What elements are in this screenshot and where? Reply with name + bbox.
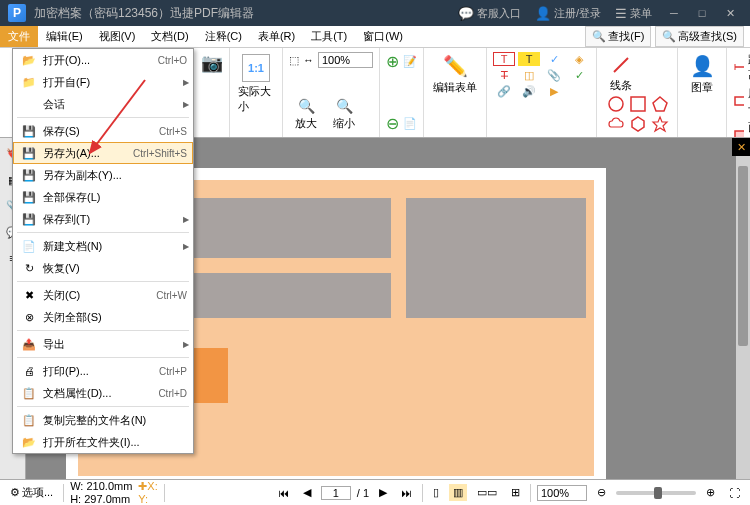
highlight-tool[interactable]: T: [518, 52, 540, 66]
note-tool[interactable]: ◫: [518, 69, 540, 82]
menu-tool[interactable]: 工具(T): [303, 26, 355, 47]
zoom-status-input[interactable]: [537, 485, 587, 501]
camera-button[interactable]: 📷: [201, 52, 223, 74]
line-tool-button[interactable]: 线条: [603, 52, 639, 95]
zoom-out-icon: 🔍: [336, 98, 353, 114]
text-tool2-button[interactable]: 📄: [403, 117, 417, 130]
circle-shape[interactable]: [607, 95, 625, 113]
zoom-slider-handle[interactable]: [654, 487, 662, 499]
copy-name-icon: 📋: [19, 414, 39, 427]
fm-print[interactable]: 🖨打印(P)...Ctrl+P: [13, 360, 193, 382]
stamp-button[interactable]: 👤 图章: [684, 52, 720, 97]
fm-properties[interactable]: 📋文档属性(D)...Ctrl+D: [13, 382, 193, 404]
vertical-scrollbar[interactable]: [736, 156, 750, 479]
close-button[interactable]: ✕: [718, 3, 742, 23]
text-tool-button[interactable]: 📝: [403, 55, 417, 68]
fm-save[interactable]: 💾保存(S)Ctrl+S: [13, 120, 193, 142]
search-button[interactable]: 🔍查找(F): [585, 26, 651, 47]
fm-close-all[interactable]: ⊗关闭全部(S): [13, 306, 193, 328]
hexagon-shape[interactable]: [629, 115, 647, 133]
fm-open-folder[interactable]: 📂打开所在文件夹(I)...: [13, 431, 193, 453]
fullscreen-button[interactable]: ⛶: [725, 485, 744, 501]
close-all-icon: ⊗: [19, 311, 39, 324]
zoom-in-button[interactable]: 🔍放大: [289, 96, 323, 133]
attach-tool[interactable]: 📎: [543, 69, 565, 82]
sound-tool[interactable]: 🔊: [518, 85, 540, 98]
next-page-button[interactable]: ▶: [375, 484, 391, 501]
stamp-tool[interactable]: ◈: [568, 52, 590, 66]
main-menu-button[interactable]: ☰菜单: [615, 6, 652, 21]
layout-facing-button[interactable]: ▭▭: [473, 484, 501, 501]
first-page-button[interactable]: ⏮: [274, 485, 293, 501]
cursor-position: ✚X: Y:: [138, 480, 157, 504]
save-all-icon: 💾: [19, 191, 39, 204]
last-page-button[interactable]: ⏭: [397, 485, 416, 501]
save-to-icon: 💾: [19, 213, 39, 226]
fm-close[interactable]: ✖关闭(C)Ctrl+W: [13, 284, 193, 306]
menu-edit[interactable]: 编辑(E): [38, 26, 91, 47]
link-tool[interactable]: 🔗: [493, 85, 515, 98]
fm-session[interactable]: 会话▶: [13, 93, 193, 115]
layout-facing-cont-button[interactable]: ⊞: [507, 484, 524, 501]
minus-tool-button[interactable]: ⊖: [386, 114, 399, 133]
zoom-input[interactable]: [318, 52, 373, 68]
textbox-tool[interactable]: T: [493, 52, 515, 66]
chevron-right-icon: ▶: [183, 215, 189, 224]
fit-width-button[interactable]: ↔: [303, 54, 314, 66]
layout-single-button[interactable]: ▯: [429, 484, 443, 501]
svg-line-0: [614, 58, 628, 72]
actual-size-button[interactable]: 1:1 实际大小: [236, 52, 276, 116]
add-tool-button[interactable]: ⊕: [386, 52, 399, 71]
fit-page-button[interactable]: ⬚: [289, 54, 299, 67]
zoom-out-status-button[interactable]: ⊖: [593, 484, 610, 501]
maximize-button[interactable]: □: [690, 3, 714, 23]
star-shape[interactable]: [651, 115, 669, 133]
menu-window[interactable]: 窗口(W): [355, 26, 411, 47]
perimeter-tool[interactable]: 周长: [733, 86, 750, 116]
zoom-in-status-button[interactable]: ⊕: [702, 484, 719, 501]
fm-recover[interactable]: ↻恢复(V): [13, 257, 193, 279]
fm-copy-name[interactable]: 📋复制完整的文件名(N): [13, 409, 193, 431]
fm-open-from[interactable]: 📁打开自(F)▶: [13, 71, 193, 93]
save-icon: 💾: [19, 125, 39, 138]
fm-save-copy[interactable]: 💾另存为副本(Y)...: [13, 164, 193, 186]
fm-save-as[interactable]: 💾另存为(A)...Ctrl+Shift+S: [13, 142, 193, 164]
fm-save-all[interactable]: 💾全部保存(L): [13, 186, 193, 208]
login-button[interactable]: 👤注册/登录: [535, 6, 601, 21]
doc-tab-close[interactable]: ✕: [732, 138, 750, 156]
prev-page-button[interactable]: ◀: [299, 484, 315, 501]
edit-form-button[interactable]: ✏️ 编辑表单: [430, 52, 480, 97]
fm-new-doc[interactable]: 📄新建文档(N)▶: [13, 235, 193, 257]
minimize-button[interactable]: ─: [662, 3, 686, 23]
scrollbar-thumb[interactable]: [738, 166, 748, 346]
strikethrough-tool[interactable]: T̶: [493, 69, 515, 82]
cloud-shape[interactable]: [607, 115, 625, 133]
fm-open[interactable]: 📂打开(O)...Ctrl+O: [13, 49, 193, 71]
page-input[interactable]: [321, 486, 351, 500]
underline-tool[interactable]: ✓: [543, 52, 565, 66]
pentagon-shape[interactable]: [651, 95, 669, 113]
menu-comment[interactable]: 注释(C): [197, 26, 250, 47]
fm-export[interactable]: 📤导出▶: [13, 333, 193, 355]
menu-form[interactable]: 表单(R): [250, 26, 303, 47]
area-tool[interactable]: 面积: [733, 120, 750, 138]
chat-icon: 💬: [458, 6, 474, 21]
menu-file[interactable]: 文件: [0, 26, 38, 47]
menu-document[interactable]: 文档(D): [143, 26, 196, 47]
feedback-button[interactable]: 💬客服入口: [458, 6, 521, 21]
layout-continuous-button[interactable]: ▥: [449, 484, 467, 501]
close-doc-icon: ✖: [19, 289, 39, 302]
adv-search-button[interactable]: 🔍高级查找(S): [655, 26, 744, 47]
perimeter-icon: [733, 95, 744, 107]
fm-save-to[interactable]: 💾保存到(T)▶: [13, 208, 193, 230]
check-tool[interactable]: ✓: [568, 69, 590, 82]
square-shape[interactable]: [629, 95, 647, 113]
person-icon: 👤: [690, 54, 715, 78]
distance-tool[interactable]: 距离: [733, 52, 750, 82]
zoom-out-button[interactable]: 🔍缩小: [327, 96, 361, 133]
options-button[interactable]: ⚙选项...: [6, 483, 57, 502]
zoom-slider[interactable]: [616, 491, 696, 495]
gear-icon: ⚙: [10, 486, 20, 499]
video-tool[interactable]: ▶: [543, 85, 565, 98]
menu-view[interactable]: 视图(V): [91, 26, 144, 47]
